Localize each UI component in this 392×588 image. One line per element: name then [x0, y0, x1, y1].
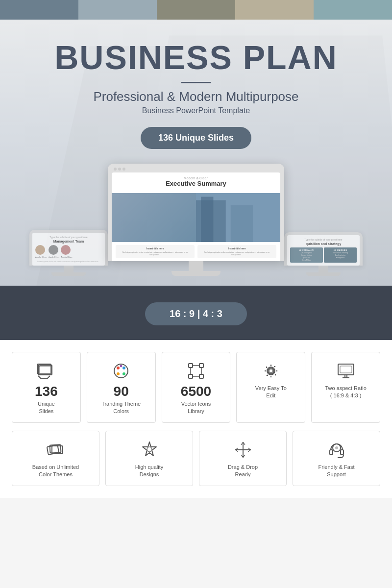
box1-title: #2_FORMALIZE	[292, 249, 321, 251]
swatch-3	[157, 0, 235, 20]
vector-icon	[186, 361, 206, 381]
person-list: Amelia Oliver Jacob Oliver Amelia Oliver	[35, 245, 102, 258]
avatar-2	[49, 245, 58, 255]
aspect-ratio-badge: 16 : 9 | 4 : 3	[145, 302, 247, 325]
right-monitor-base	[306, 272, 341, 276]
swatch-2	[78, 0, 157, 20]
svg-rect-35	[340, 366, 352, 373]
screen-title: Executive Summary	[117, 180, 275, 187]
box2-title: #3_ENERGIES	[325, 249, 355, 251]
svg-point-15	[117, 367, 120, 369]
svg-rect-2	[126, 195, 136, 242]
feature-label-drag: Drag & DropReady	[204, 464, 281, 479]
monitor-base	[172, 271, 220, 276]
svg-point-18	[117, 372, 120, 375]
feature-themes: Based on UnlimitedColor Themes	[12, 431, 99, 486]
dot-1	[114, 168, 117, 171]
features-section: 136 UniqueSlides 90 Tranding ThemeColors	[0, 340, 392, 498]
svg-rect-22	[189, 374, 193, 378]
left-screen-label: Type the subtitle of your great here	[35, 236, 102, 239]
avatar-1	[35, 245, 45, 255]
svg-rect-3	[156, 202, 181, 242]
svg-rect-31	[338, 364, 354, 375]
feature-drag: Drag & DropReady	[199, 431, 287, 486]
svg-point-39	[147, 447, 152, 452]
badge-icon	[140, 440, 159, 460]
svg-line-11	[38, 376, 41, 379]
feature-slides: 136 UniqueSlides	[12, 352, 81, 423]
dot-3	[122, 168, 125, 171]
left-monitor-neck	[64, 266, 74, 272]
cards-icon	[46, 440, 66, 460]
svg-rect-10	[39, 366, 51, 374]
svg-rect-6	[231, 205, 253, 242]
person-name-1: Amelia Oliver	[35, 256, 47, 258]
box-formalize: #2_FORMALIZE CRO testing Plan Content st…	[290, 247, 323, 263]
swatch-1	[0, 0, 78, 20]
arrows-icon	[233, 440, 253, 460]
monitor-icon	[336, 361, 356, 381]
svg-rect-43	[330, 450, 333, 455]
feature-label-designs: High qualityDesigns	[111, 464, 188, 479]
person-name-3: Amelia Oliver	[61, 256, 73, 258]
screen-card-1: Insert title here Sed ut perspiciatis un…	[116, 245, 195, 258]
right-screen-title: quisition and strategy	[290, 242, 357, 245]
feature-label-ratio: Two aspect Ratio( 16:9 & 4:3 )	[317, 385, 375, 400]
card2-title: Insert title here	[199, 247, 274, 250]
hero-section: BUSINESS PLAN Professional & Modern Mult…	[0, 20, 392, 286]
feature-support: Friendly & FastSupport	[293, 431, 380, 486]
feature-label-edit: Very Easy ToEdit	[242, 385, 300, 400]
svg-rect-20	[189, 364, 193, 368]
svg-point-30	[269, 369, 273, 373]
right-monitor-neck	[318, 266, 328, 272]
feature-label-slides: UniqueSlides	[17, 400, 75, 416]
person-name-2: Jacob Oliver	[49, 256, 59, 258]
svg-rect-21	[199, 364, 203, 368]
hero-title: BUSINESS PLAN	[10, 39, 382, 76]
svg-rect-5	[201, 196, 213, 242]
feature-designs: High qualityDesigns	[105, 431, 193, 486]
screen-card-2: Insert title here Sed ut perspiciatis un…	[197, 245, 276, 258]
strategy-boxes: #2_FORMALIZE CRO testing Plan Content st…	[290, 247, 357, 263]
monitor-neck	[189, 261, 203, 271]
svg-rect-23	[199, 374, 203, 378]
svg-rect-7	[112, 193, 196, 242]
svg-rect-1	[122, 197, 156, 242]
left-screen-title: Management Team	[35, 240, 102, 243]
monitors-area: Type the subtitle of your great here Man…	[10, 164, 382, 276]
main-monitor: Modern & Clean Executive Summary	[108, 164, 284, 276]
card1-title: Insert title here	[118, 247, 193, 250]
svg-point-17	[122, 372, 125, 375]
monitor-frame: Modern & Clean Executive Summary	[108, 164, 284, 261]
hero-subtitle2: Business PowerPoint Template	[10, 106, 382, 115]
svg-point-19	[120, 365, 122, 367]
avatar-3	[61, 245, 71, 255]
gear-icon	[261, 361, 281, 381]
box-energies: #3_ENERGIES Social media marketing Email…	[324, 247, 357, 263]
feature-label-support: Friendly & FastSupport	[298, 464, 375, 479]
feature-label-icons: Vector IconsLibrary	[167, 400, 225, 416]
swatch-5	[314, 0, 392, 20]
feature-ratio: Two aspect Ratio( 16:9 & 4:3 )	[311, 352, 380, 423]
monitor-screen: Modern & Clean Executive Summary	[112, 172, 280, 261]
right-screen-label: Type the subtitle of your great here	[290, 238, 357, 241]
right-monitor: Type the subtitle of your great here qui…	[284, 232, 363, 276]
feature-number-icons: 6500	[167, 385, 225, 398]
screen-label: Modern & Clean	[117, 176, 275, 180]
swatch-4	[235, 0, 314, 20]
slides-icon	[36, 361, 56, 381]
feature-number-colors: 90	[92, 385, 150, 398]
card1-text: Sed ut perspiciatis unde omnis iste natu…	[118, 251, 193, 256]
svg-point-45	[335, 446, 338, 449]
hero-divider	[181, 82, 211, 83]
dot-2	[118, 168, 121, 171]
svg-point-16	[122, 367, 125, 369]
screen-image	[112, 193, 280, 242]
slides-badge: 136 Unique Slides	[141, 127, 251, 149]
feature-label-colors: Tranding ThemeColors	[92, 400, 150, 416]
features-row-1: 136 UniqueSlides 90 Tranding ThemeColors	[12, 352, 380, 423]
left-monitor-base	[51, 272, 86, 276]
feature-label-themes: Based on UnlimitedColor Themes	[17, 464, 94, 479]
features-row-2: Based on UnlimitedColor Themes High qual…	[12, 431, 380, 486]
svg-line-12	[47, 376, 50, 379]
